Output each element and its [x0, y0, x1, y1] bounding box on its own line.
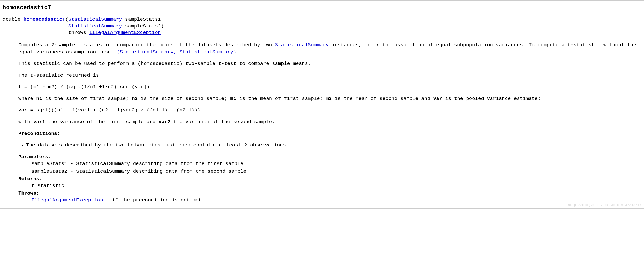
watermark: http://blog.csdn.net/weixin_37243717: [568, 203, 641, 207]
desc-paragraph-5: with var1 the variance of the first samp…: [18, 118, 641, 126]
desc-text: .: [236, 49, 239, 55]
param2-type-link[interactable]: StatisticalSummary: [68, 23, 122, 29]
desc-text: the variance of the first sample and: [45, 119, 159, 125]
t-method-link[interactable]: t(StatisticalSummary, StatisticalSummary…: [114, 49, 236, 55]
statistical-summary-link[interactable]: StatisticalSummary: [275, 42, 329, 48]
var-m2: m2: [326, 96, 332, 101]
method-name-link[interactable]: homoscedasticT: [24, 16, 65, 22]
var-var2: var2: [159, 119, 171, 125]
open-paren: (: [65, 16, 68, 22]
desc-text: is the pooled variance estimate:: [442, 96, 541, 101]
javadoc-method-detail: homoscedasticT double homoscedasticT(Sta…: [0, 0, 644, 209]
var-m1: m1: [230, 96, 236, 101]
param1-type-link[interactable]: StatisticalSummary: [68, 16, 122, 22]
desc-text: is the size of first sample;: [42, 96, 132, 101]
method-signature: double homoscedasticT(StatisticalSummary…: [3, 16, 641, 36]
parameter-2: sampleStats2 - StatisticalSummary descri…: [31, 168, 641, 175]
throws-text: - if the precondition is not met: [103, 197, 202, 203]
throws-type-link[interactable]: IllegalArgumentException: [89, 30, 161, 36]
desc-text: is the mean of first sample;: [236, 96, 326, 101]
var-n1: n1: [36, 96, 42, 101]
preconditions-list: The datasets described by the two Univar…: [18, 142, 641, 149]
desc-text: is the size of second sample;: [138, 96, 230, 101]
returns-value: t statistic: [31, 182, 641, 189]
param2-name: sampleStats2): [122, 23, 164, 29]
formula-t: t = (m1 - m2) / (sqrt(1/n1 +1/n2) sqrt(v…: [18, 83, 641, 91]
desc-paragraph-1: Computes a 2-sample t statistic, compari…: [18, 42, 641, 55]
method-description: Computes a 2-sample t statistic, compari…: [18, 42, 641, 204]
var-var: var: [433, 96, 442, 101]
desc-paragraph-2: This statistic can be used to perform a …: [18, 60, 641, 67]
throws-value: IllegalArgumentException - if the precon…: [31, 197, 641, 204]
preconditions-header: Preconditions:: [18, 130, 641, 137]
param1-name: sampleStats1,: [122, 16, 164, 22]
desc-text: where: [18, 96, 36, 101]
desc-paragraph-3: The t-statisitc returned is: [18, 72, 641, 79]
returns-label: Returns:: [18, 176, 641, 183]
var-var1: var1: [33, 119, 45, 125]
desc-text: the variance of the second sample.: [171, 119, 275, 125]
method-title: homoscedasticT: [3, 4, 641, 11]
formula-var: var = sqrt(((n1 - 1)var1 + (n2 - 1)var2)…: [18, 107, 641, 114]
parameter-1: sampleStats1 - StatisticalSummary descri…: [31, 160, 641, 167]
param2-indent: [3, 23, 68, 29]
desc-text: is the mean of second sample and: [332, 96, 433, 101]
desc-text: Computes a 2-sample t statistic, compari…: [18, 42, 275, 48]
illegal-argument-exception-link[interactable]: IllegalArgumentException: [31, 197, 103, 203]
precondition-item: The datasets described by the two Univar…: [26, 142, 641, 149]
parameters-label: Parameters:: [18, 154, 641, 161]
var-n2: n2: [132, 96, 138, 101]
throws-indent: throws: [3, 30, 89, 36]
definition-list: Parameters: sampleStats1 - StatisticalSu…: [18, 154, 641, 204]
return-type: double: [3, 16, 24, 22]
desc-text: with: [18, 119, 33, 125]
desc-paragraph-4: where n1 is the size of first sample; n2…: [18, 95, 641, 102]
throws-label: Throws:: [18, 190, 641, 197]
